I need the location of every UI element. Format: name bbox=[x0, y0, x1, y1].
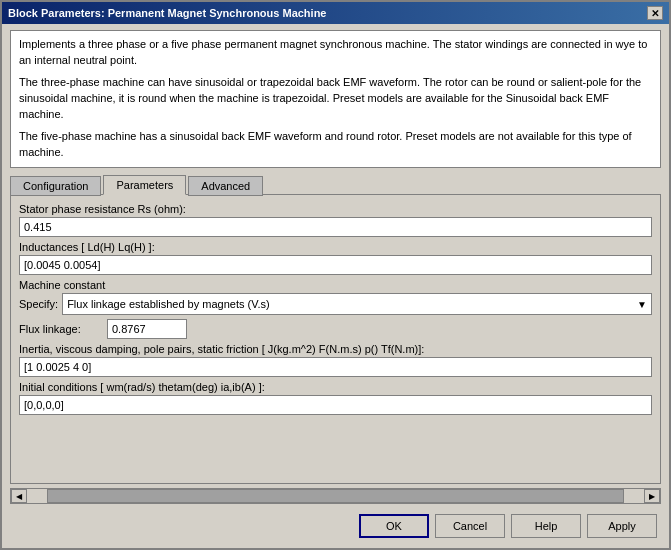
scrollbar-track bbox=[27, 489, 644, 503]
inertia-row: Inertia, viscous damping, pole pairs, st… bbox=[19, 343, 652, 377]
inductances-row: Inductances [ Ld(H) Lq(H) ]: bbox=[19, 241, 652, 275]
desc-line1: Implements a three phase or a five phase… bbox=[19, 37, 652, 69]
specify-dropdown[interactable]: Flux linkage established by magnets (V.s… bbox=[62, 293, 652, 315]
tab-parameters[interactable]: Parameters bbox=[103, 175, 186, 195]
description-box: Implements a three phase or a five phase… bbox=[10, 30, 661, 168]
tab-advanced[interactable]: Advanced bbox=[188, 176, 263, 196]
flux-linkage-label: Flux linkage: bbox=[19, 323, 99, 335]
cancel-button[interactable]: Cancel bbox=[435, 514, 505, 538]
stator-resistance-input[interactable] bbox=[19, 217, 652, 237]
stator-resistance-label: Stator phase resistance Rs (ohm): bbox=[19, 203, 652, 215]
inductances-label: Inductances [ Ld(H) Lq(H) ]: bbox=[19, 241, 652, 253]
tab-configuration[interactable]: Configuration bbox=[10, 176, 101, 196]
tabs-row: Configuration Parameters Advanced bbox=[10, 174, 661, 194]
scrollbar-thumb[interactable] bbox=[47, 489, 624, 503]
close-button[interactable]: ✕ bbox=[647, 6, 663, 20]
apply-button[interactable]: Apply bbox=[587, 514, 657, 538]
initial-conditions-row: Initial conditions [ wm(rad/s) thetam(de… bbox=[19, 381, 652, 415]
help-button[interactable]: Help bbox=[511, 514, 581, 538]
window-title: Block Parameters: Permanent Magnet Synch… bbox=[8, 7, 326, 19]
specify-label: Specify: bbox=[19, 298, 58, 310]
inertia-label: Inertia, viscous damping, pole pairs, st… bbox=[19, 343, 652, 355]
titlebar: Block Parameters: Permanent Magnet Synch… bbox=[2, 2, 669, 24]
dropdown-arrow-icon: ▼ bbox=[637, 299, 647, 310]
machine-constant-header: Machine constant bbox=[19, 279, 652, 291]
buttons-row: OK Cancel Help Apply bbox=[10, 508, 661, 542]
ok-button[interactable]: OK bbox=[359, 514, 429, 538]
scroll-left-button[interactable]: ◀ bbox=[11, 489, 27, 503]
specify-row: Specify: Flux linkage established by mag… bbox=[19, 293, 652, 315]
inductances-input[interactable] bbox=[19, 255, 652, 275]
main-window: Block Parameters: Permanent Magnet Synch… bbox=[0, 0, 671, 550]
inertia-input[interactable] bbox=[19, 357, 652, 377]
flux-linkage-input[interactable] bbox=[107, 319, 187, 339]
desc-line2: The three-phase machine can have sinusoi… bbox=[19, 75, 652, 123]
specify-dropdown-value: Flux linkage established by magnets (V.s… bbox=[67, 298, 270, 310]
initial-conditions-input[interactable] bbox=[19, 395, 652, 415]
scroll-right-button[interactable]: ▶ bbox=[644, 489, 660, 503]
flux-linkage-row: Flux linkage: bbox=[19, 319, 652, 339]
desc-line3: The five-phase machine has a sinusoidal … bbox=[19, 129, 652, 161]
content-area: Implements a three phase or a five phase… bbox=[2, 24, 669, 548]
initial-conditions-label: Initial conditions [ wm(rad/s) thetam(de… bbox=[19, 381, 652, 393]
stator-resistance-row: Stator phase resistance Rs (ohm): bbox=[19, 203, 652, 237]
params-panel: Stator phase resistance Rs (ohm): Induct… bbox=[10, 194, 661, 484]
horizontal-scrollbar[interactable]: ◀ ▶ bbox=[10, 488, 661, 504]
